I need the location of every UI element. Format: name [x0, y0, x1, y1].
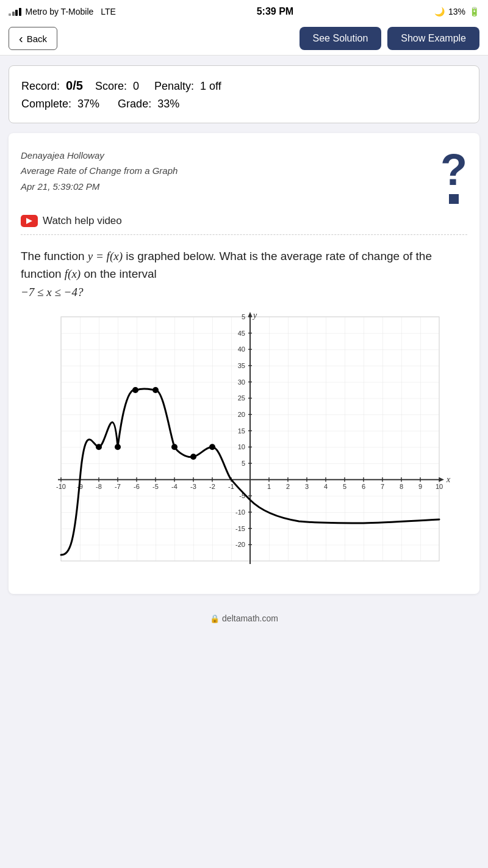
svg-text:20: 20: [238, 411, 245, 418]
lock-icon: 🔒: [210, 614, 220, 623]
grade-value: 33%: [157, 98, 179, 110]
record-value: 0/5: [66, 79, 83, 92]
time-display: 5:39 PM: [257, 6, 293, 17]
penalty-value: 1 off: [200, 80, 221, 92]
svg-text:-3: -3: [190, 483, 196, 490]
problem-text-3: on the interval: [81, 267, 157, 280]
svg-text:10: 10: [238, 443, 245, 450]
point-neg6: [132, 387, 138, 393]
nav-bar: Back See Solution Show Example: [0, 22, 488, 56]
complete-label: Complete:: [21, 98, 71, 110]
battery-percent: 13%: [448, 7, 465, 16]
svg-text:3: 3: [305, 483, 309, 490]
complete-value: 37%: [77, 98, 99, 110]
score-label: Score:: [95, 80, 127, 92]
battery-info: 🌙 13% 🔋: [434, 7, 479, 16]
svg-text:-4: -4: [171, 483, 178, 490]
svg-text:1: 1: [267, 483, 271, 490]
problem-interval: −7 ≤ x ≤ −4?: [21, 286, 83, 298]
problem-statement: The function y = f(x) is graphed below. …: [21, 247, 467, 301]
penalty-label: Penalty:: [154, 80, 194, 92]
svg-text:-5: -5: [152, 483, 159, 490]
x-axis-label: x: [446, 475, 451, 484]
svg-text:-1: -1: [228, 483, 234, 490]
svg-text:-6: -6: [134, 483, 140, 490]
svg-text:10: 10: [436, 483, 443, 490]
point-neg2: [209, 444, 215, 450]
section-divider: [21, 234, 467, 235]
svg-text:35: 35: [238, 362, 245, 369]
svg-text:45: 45: [238, 330, 245, 337]
svg-text:-10: -10: [235, 508, 245, 516]
back-button[interactable]: Back: [9, 27, 57, 50]
status-bar: Metro by T-Mobile LTE 5:39 PM 🌙 13% 🔋: [0, 0, 488, 22]
svg-text:30: 30: [238, 378, 245, 386]
svg-text:-15: -15: [235, 525, 245, 532]
svg-text:6: 6: [362, 483, 365, 490]
footer: 🔒 deltamath.com: [0, 606, 488, 628]
svg-text:15: 15: [238, 427, 245, 435]
question-mark-icon: ?: [440, 148, 467, 204]
problem-math-1: y = f(x): [88, 250, 123, 262]
svg-text:-8: -8: [96, 483, 102, 490]
svg-text:-20: -20: [235, 541, 245, 548]
carrier-label: Metro by T-Mobile: [26, 7, 94, 16]
svg-text:2: 2: [286, 483, 290, 490]
svg-text:4: 4: [324, 483, 328, 490]
function-graph: x y -1 -2 -3 -4 -5 -6 -7 -8: [24, 311, 464, 579]
question-meta: Denayajea Holloway Average Rate of Chang…: [21, 148, 178, 195]
svg-text:25: 25: [238, 394, 245, 402]
signal-icon: [9, 8, 21, 16]
svg-text:5: 5: [343, 483, 346, 490]
graph-container: x y -1 -2 -3 -4 -5 -6 -7 -8: [21, 311, 467, 579]
svg-text:-2: -2: [209, 483, 215, 490]
svg-text:5: 5: [242, 313, 245, 320]
footer-domain: deltamath.com: [222, 613, 278, 623]
record-label: Record:: [21, 80, 60, 92]
point-neg8: [96, 444, 102, 450]
svg-text:40: 40: [238, 345, 245, 353]
point-neg3: [190, 454, 196, 460]
network-label: LTE: [101, 7, 116, 16]
question-card: Denayajea Holloway Average Rate of Chang…: [9, 133, 479, 594]
date: Apr 21, 5:39:02 PM: [21, 179, 178, 195]
svg-text:-10: -10: [56, 483, 66, 490]
x-axis-arrow: [439, 477, 444, 482]
battery-icon: 🔋: [469, 7, 479, 16]
show-example-button[interactable]: Show Example: [387, 27, 479, 50]
student-name: Denayajea Holloway: [21, 148, 178, 164]
svg-text:5: 5: [242, 460, 245, 467]
watch-video-label: Watch help video: [43, 215, 122, 227]
svg-text:8: 8: [400, 483, 403, 490]
score-line-2: Complete: 37% Grade: 33%: [21, 95, 467, 113]
youtube-icon: [21, 215, 38, 227]
point-neg5: [152, 387, 159, 393]
grade-label: Grade:: [118, 98, 151, 110]
y-axis-label: y: [252, 311, 257, 320]
topic: Average Rate of Change from a Graph: [21, 163, 178, 179]
nav-actions: See Solution Show Example: [300, 27, 479, 50]
score-card: Record: 0/5 Score: 0 Penalty: 1 off Comp…: [9, 65, 479, 123]
moon-icon: 🌙: [434, 7, 445, 16]
question-mark-block: [449, 194, 459, 204]
y-axis-arrow: [248, 312, 253, 317]
score-line-1: Record: 0/5 Score: 0 Penalty: 1 off: [21, 76, 467, 95]
watch-video-link[interactable]: Watch help video: [21, 215, 467, 227]
problem-math-2: f(x): [65, 267, 81, 280]
score-value: 0: [133, 80, 139, 92]
svg-text:7: 7: [381, 483, 384, 490]
see-solution-button[interactable]: See Solution: [300, 27, 382, 50]
svg-text:9: 9: [418, 483, 422, 490]
svg-text:-7: -7: [115, 483, 121, 490]
point-neg7: [115, 444, 121, 450]
carrier-info: Metro by T-Mobile LTE: [9, 7, 116, 16]
point-neg4: [171, 444, 178, 450]
problem-text-1: The function: [21, 250, 88, 262]
